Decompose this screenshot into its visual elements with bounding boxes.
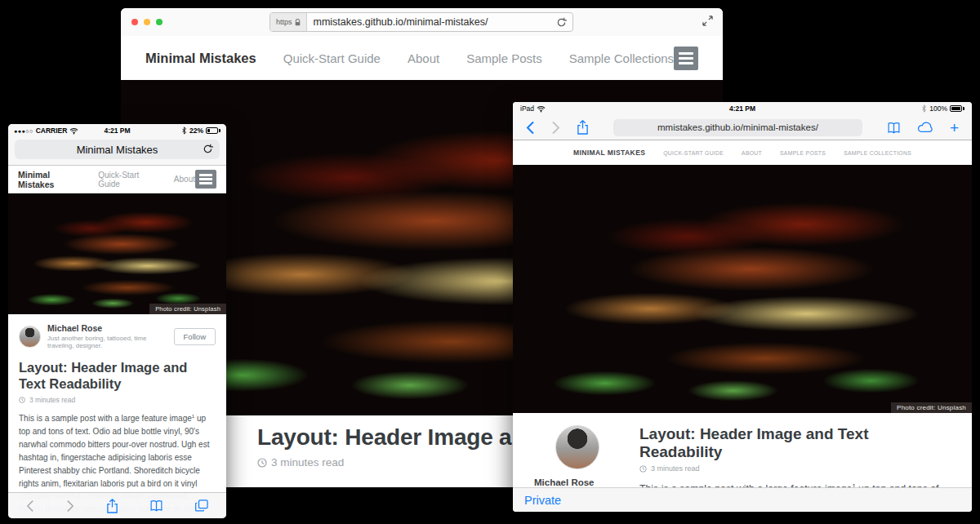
ipad-status-bar: iPad 4:21 PM 100%	[513, 102, 972, 115]
safari-address-field[interactable]: Minimal Mistakes	[15, 140, 220, 159]
follow-button[interactable]: Follow	[174, 328, 216, 345]
icloud-tabs-button[interactable]	[917, 122, 933, 133]
battery-percent: 22%	[189, 127, 203, 135]
author-name: Michael Rose	[47, 323, 174, 333]
address-text: mmistakes.github.io/minimal-mistakes/	[657, 122, 818, 132]
forward-button[interactable]	[551, 121, 560, 135]
page-title-text: Minimal Mistakes	[77, 144, 158, 156]
private-browsing-bar: Private	[513, 487, 972, 512]
author-bio: Just another boring, tattooed, time trav…	[47, 335, 174, 349]
bookmarks-button[interactable]	[887, 122, 901, 134]
nav-link-sample-posts[interactable]: SAMPLE POSTS	[780, 150, 826, 156]
author-avatar	[19, 326, 41, 348]
nav-link-about[interactable]: About	[408, 51, 439, 65]
author-avatar	[555, 425, 599, 469]
signal-dots: ●●●○○	[14, 128, 33, 134]
nav-link-about[interactable]: About	[174, 175, 195, 184]
tabs-button[interactable]	[195, 500, 208, 512]
brand-link[interactable]: Minimal Mistakes	[145, 51, 256, 66]
nav-link-quick-start[interactable]: QUICK-START GUIDE	[663, 150, 724, 156]
bookmarks-button[interactable]	[149, 500, 163, 512]
menu-toggle-button[interactable]	[195, 170, 216, 189]
new-tab-button[interactable]: +	[950, 120, 959, 135]
address-bar[interactable]: https mmistakes.github.io/minimal-mistak…	[270, 12, 573, 32]
author-name: Michael Rose	[534, 477, 620, 487]
close-window-button[interactable]	[131, 19, 138, 25]
browser-toolbar: https mmistakes.github.io/minimal-mistak…	[121, 8, 723, 36]
device-label: iPad	[520, 104, 534, 113]
safari-toolbar: mmistakes.github.io/minimal-mistakes/ +	[513, 115, 972, 140]
photo-credit-badge: Photo credit: Unsplash	[891, 402, 972, 413]
post-title: Layout: Header Image and Text Readabilit…	[19, 359, 216, 392]
nav-link-sample-collections[interactable]: Sample Collections	[569, 51, 674, 65]
share-button[interactable]	[106, 499, 118, 513]
brand-link[interactable]: Minimal Mistakes	[18, 170, 75, 189]
time-label: 4:21 PM	[104, 127, 130, 135]
post-content: Michael Rose Just another boring, tattoo…	[8, 314, 226, 518]
private-label[interactable]: Private	[524, 494, 561, 507]
zoom-window-button[interactable]	[156, 19, 163, 25]
lock-icon	[295, 19, 301, 26]
site-masthead-ipad: MINIMAL MISTAKES QUICK-START GUIDE ABOUT…	[513, 140, 972, 165]
fullscreen-icon[interactable]	[702, 16, 713, 26]
iphone-safari-window: ●●●○○ CARRIER 4:21 PM 22% Minimal Mistak…	[8, 124, 226, 518]
bluetooth-icon	[921, 104, 927, 113]
post-meta: 3 minutes read	[639, 464, 954, 473]
carrier-label: CARRIER	[36, 127, 68, 135]
window-controls	[131, 19, 163, 25]
site-masthead-iphone: Minimal Mistakes Quick-Start Guide About	[8, 166, 226, 193]
battery-percent: 100%	[929, 104, 947, 113]
nav-link-quick-start[interactable]: Quick-Start Guide	[98, 171, 151, 189]
brand-link[interactable]: MINIMAL MISTAKES	[573, 149, 645, 157]
paragraph-text: This is a sample post with a large featu…	[19, 415, 192, 424]
wifi-icon	[537, 105, 546, 113]
feature-image: Photo credit: Unsplash	[8, 193, 226, 314]
photo-credit-badge: Photo credit: Unsplash	[149, 304, 226, 314]
nav-link-about[interactable]: ABOUT	[742, 150, 762, 156]
safari-bottom-toolbar	[8, 492, 226, 518]
post-meta: 3 minutes read	[19, 396, 216, 404]
read-time: 3 minutes read	[271, 456, 344, 468]
iphone-status-bar: ●●●○○ CARRIER 4:21 PM 22%	[8, 124, 226, 137]
read-time: 3 minutes read	[651, 464, 700, 473]
time-label: 4:21 PM	[729, 104, 755, 113]
feature-image: Photo credit: Unsplash	[513, 165, 972, 413]
reload-button[interactable]	[203, 144, 213, 154]
post-title: Layout: Header Image and Text Readabilit…	[639, 425, 954, 461]
battery-icon	[950, 105, 964, 112]
https-badge: https	[270, 13, 307, 31]
nav-link-quick-start[interactable]: Quick-Start Guide	[283, 51, 381, 65]
responsive-preview-composite: https mmistakes.github.io/minimal-mistak…	[0, 0, 980, 524]
read-time: 3 minutes read	[29, 396, 75, 404]
wifi-icon	[69, 127, 78, 135]
url-text[interactable]: mmistakes.github.io/minimal-mistakes/	[307, 16, 556, 28]
clock-icon	[19, 397, 25, 403]
safari-address-field[interactable]: mmistakes.github.io/minimal-mistakes/	[613, 119, 862, 136]
battery-icon	[206, 127, 220, 134]
safari-url-row: Minimal Mistakes	[8, 137, 226, 166]
menu-toggle-button[interactable]	[674, 47, 698, 70]
share-button[interactable]	[577, 120, 589, 135]
bluetooth-icon	[181, 127, 187, 135]
clock-icon	[257, 458, 267, 468]
clock-icon	[639, 465, 647, 473]
author-row: Michael Rose Just another boring, tattoo…	[19, 323, 216, 349]
nav-link-sample-collections[interactable]: SAMPLE COLLECTIONS	[844, 150, 911, 156]
reload-button[interactable]	[556, 17, 567, 28]
forward-button[interactable]	[66, 500, 74, 513]
nav-link-sample-posts[interactable]: Sample Posts	[466, 51, 542, 65]
back-button[interactable]	[26, 500, 34, 513]
site-masthead: Minimal Mistakes Quick-Start Guide About…	[121, 36, 723, 80]
minimize-window-button[interactable]	[144, 19, 150, 25]
back-button[interactable]	[526, 121, 535, 135]
plus-glyph: +	[950, 120, 959, 135]
https-label: https	[276, 18, 292, 26]
ipad-safari-window: iPad 4:21 PM 100% mmistakes.github.io/mi…	[513, 102, 972, 512]
